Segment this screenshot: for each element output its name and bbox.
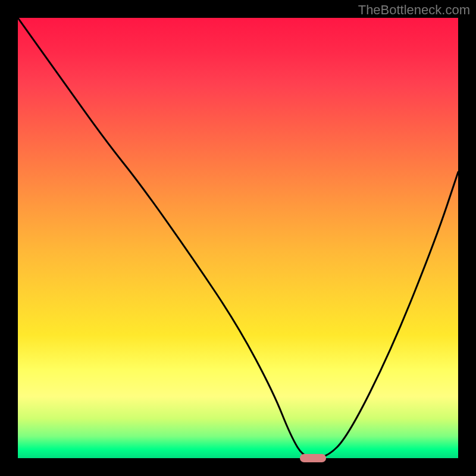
- curve-path: [18, 18, 458, 458]
- chart-curve: [18, 18, 458, 458]
- chart-plot-area: [18, 18, 458, 458]
- bottleneck-marker: [300, 454, 326, 463]
- watermark-text: TheBottleneck.com: [358, 2, 470, 18]
